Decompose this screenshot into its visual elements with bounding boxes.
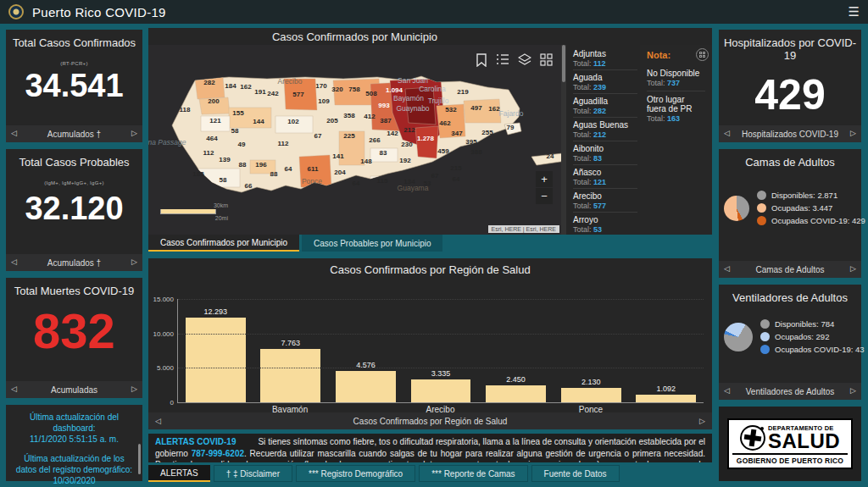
next-arrow-icon[interactable]: ▷	[131, 385, 137, 393]
prev-arrow-icon[interactable]: ◁	[724, 386, 730, 395]
next-arrow-icon[interactable]: ▷	[850, 386, 856, 395]
zoom-out-button[interactable]: −	[536, 188, 553, 204]
bottom-tab[interactable]: *** Registro Demográfico	[296, 465, 415, 482]
next-arrow-icon[interactable]: ▷	[850, 264, 856, 273]
y-axis-tick: 0	[170, 399, 174, 407]
panel-grid-icon[interactable]	[696, 48, 709, 61]
muni-list-item[interactable]: AibonitoTotal: 83	[573, 141, 637, 165]
legend-item: Disponibles: 2.871	[757, 191, 865, 200]
bar-column[interactable]: 2.130	[554, 378, 629, 402]
svg-text:112: 112	[278, 140, 289, 147]
map-panel: Casos Confirmados por Municipio	[148, 28, 712, 235]
svg-text:358: 358	[343, 112, 355, 119]
chart-footer[interactable]: ◁ Casos Confirmados por Región de Salud …	[148, 412, 712, 429]
svg-text:112: 112	[203, 149, 214, 157]
card-footer[interactable]: ◁ Acumulados † ▷	[6, 125, 142, 142]
next-arrow-icon[interactable]: ▷	[699, 417, 705, 425]
muni-list-item[interactable]: AreciboTotal: 577	[573, 189, 637, 213]
map-tab[interactable]: Casos Confirmados por Municipio	[148, 235, 299, 252]
bar-column[interactable]: 2.450	[478, 375, 554, 402]
svg-text:462: 462	[439, 119, 451, 127]
bar-column[interactable]: 4.576	[328, 361, 403, 402]
svg-text:141: 141	[332, 152, 344, 160]
card-footer[interactable]: ◁ Camas de Adultos ▷	[719, 261, 861, 278]
zoom-in-button[interactable]: +	[536, 171, 553, 187]
municipality-list: AdjuntasTotal: 112AguadaTotal: 239Aguadi…	[566, 45, 637, 235]
app-header: Puerto Rico COVID-19 ☰	[0, 0, 868, 24]
card-footer[interactable]: ◁ Hospitalizados COVID-19 ▷	[719, 125, 861, 142]
prev-arrow-icon[interactable]: ◁	[724, 129, 730, 137]
muni-list-item[interactable]: AguadaTotal: 239	[573, 70, 637, 94]
svg-text:200: 200	[208, 97, 220, 105]
svg-text:Bayamón: Bayamón	[393, 94, 424, 102]
card-footer[interactable]: ◁ Acumuladas ▷	[6, 381, 142, 398]
hamburger-menu-icon[interactable]: ☰	[849, 4, 860, 19]
bottom-tab[interactable]: *** Reporte de Camas	[419, 465, 527, 482]
map-canvas[interactable]: AreciboSan JuanCarolinaBayamónTrujilloGu…	[148, 45, 561, 235]
prev-arrow-icon[interactable]: ◁	[11, 385, 17, 393]
confirmados-value: 34.541	[6, 68, 142, 104]
svg-text:577: 577	[292, 91, 304, 98]
next-arrow-icon[interactable]: ▷	[131, 129, 137, 137]
svg-text:San Juan: San Juan	[398, 76, 428, 85]
chart-title: Casos Confirmados por Región de Salud	[148, 258, 712, 276]
svg-text:320: 320	[331, 86, 343, 93]
bar-column[interactable]: 7.763	[253, 339, 329, 402]
nota-panel: Nota: No DisponibleTotal: 737Otro lugar …	[640, 45, 712, 235]
alert-phone-link[interactable]: 787-999-6202	[192, 449, 244, 458]
svg-text:464: 464	[206, 135, 218, 142]
muni-list-item[interactable]: Aguas BuenasTotal: 212	[573, 118, 637, 141]
card-footer[interactable]: ◁ Ventiladores de Adultos ▷	[719, 383, 861, 400]
svg-text:64: 64	[353, 180, 360, 187]
muni-list-item[interactable]: ArroyoTotal: 53	[573, 213, 637, 235]
muni-list-item[interactable]: AguadillaTotal: 282	[573, 94, 637, 118]
card-salud-logo: DEPARTAMENTO DE SALUD GOBIERNO DE PUERTO…	[719, 407, 861, 481]
bottom-tab[interactable]: Fuente de Datos	[531, 465, 620, 482]
svg-text:88: 88	[239, 161, 247, 169]
svg-text:219: 219	[457, 88, 469, 96]
bottom-tab[interactable]: ALERTAS	[148, 465, 210, 482]
muni-list-scrollbar[interactable]	[561, 45, 566, 235]
layers-icon[interactable]	[518, 53, 531, 66]
next-arrow-icon[interactable]: ▷	[850, 129, 856, 137]
map-zoom-controls: + −	[536, 171, 553, 204]
bar-column[interactable]: 12.293	[178, 307, 253, 402]
scrollbar-thumb[interactable]	[138, 444, 141, 474]
map-tab[interactable]: Casos Probables por Municipio	[302, 235, 442, 252]
nota-item: No DisponibleTotal: 737	[647, 65, 705, 91]
muni-list-item[interactable]: AñascoTotal: 121	[573, 165, 637, 189]
card-camas: Camas de Adultos Disponibles: 2.871Ocupa…	[719, 149, 861, 278]
y-axis-tick: 5.000	[157, 364, 174, 372]
svg-text:266: 266	[369, 136, 381, 144]
prev-arrow-icon[interactable]: ◁	[724, 264, 730, 273]
prev-arrow-icon[interactable]: ◁	[11, 129, 17, 137]
svg-text:387: 387	[380, 117, 392, 125]
svg-text:64: 64	[285, 165, 292, 173]
svg-text:184: 184	[225, 82, 236, 90]
bar-column[interactable]: 3.335	[403, 369, 479, 402]
prev-arrow-icon[interactable]: ◁	[11, 257, 17, 266]
basemap-grid-icon[interactable]	[540, 53, 553, 66]
svg-text:134: 134	[403, 178, 415, 185]
next-arrow-icon[interactable]: ▷	[131, 257, 137, 266]
svg-text:204: 204	[334, 169, 346, 176]
bottom-tab[interactable]: † ‡ Disclaimer	[214, 465, 292, 482]
card-subtitle: (IgM+, IgM+IgG+, IgG+)	[6, 180, 142, 185]
svg-text:24: 24	[547, 152, 554, 160]
legend-item: Ocupadas: 3.447	[757, 203, 865, 213]
card-title: Hospitalizados por COVID-19	[719, 30, 861, 62]
y-axis-tick: 10.000	[153, 329, 174, 337]
card-ventiladores: Ventiladores de Adultos Disponibles: 784…	[719, 285, 861, 400]
bar-column[interactable]: 1.092	[628, 385, 704, 402]
card-footer[interactable]: ◁ Acumulados † ▷	[6, 254, 142, 271]
legend-list-icon[interactable]	[496, 53, 509, 65]
card-title: Camas de Adultos	[719, 149, 861, 169]
card-hospitalizados: Hospitalizados por COVID-19 429 ◁ Hospit…	[719, 30, 861, 142]
card-last-update: Última actualización del dashboard:11/1/…	[6, 405, 142, 481]
prev-arrow-icon[interactable]: ◁	[155, 417, 161, 425]
svg-text:1.094: 1.094	[386, 86, 403, 94]
svg-text:388: 388	[470, 148, 482, 156]
map-scale-bar: 30km 20mi	[160, 202, 228, 221]
muni-list-item[interactable]: AdjuntasTotal: 112	[573, 47, 637, 70]
bookmark-icon[interactable]	[476, 53, 487, 67]
